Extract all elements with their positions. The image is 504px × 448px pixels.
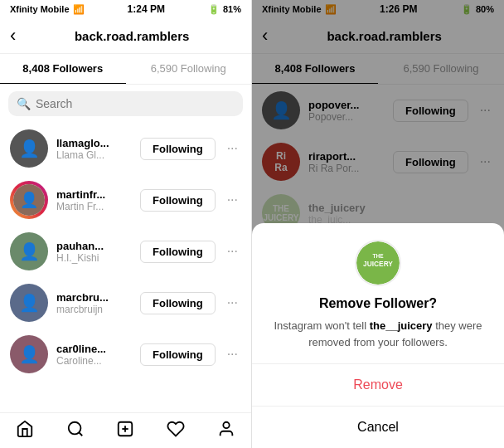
modal-body-prefix: Instagram won't tell [274,319,369,332]
display-name: H.I._Kishi [56,252,132,264]
following-button[interactable]: Following [140,241,216,263]
avatar: 👤 [10,335,48,373]
modal-brand-avatar: THE JUICERY [355,240,401,286]
modal-username: the__juicery [370,319,433,332]
svg-text:THE: THE [373,253,385,259]
username: pauhan... [56,240,132,252]
user-info: car0line... Caroline... [56,343,132,367]
following-button[interactable]: Following [140,292,216,314]
username: marcbru... [56,291,132,304]
right-panel: Xfinity Mobile 📶 1:26 PM 🔋 80% ‹ back.ro… [252,0,504,448]
nav-heart[interactable] [151,420,201,438]
modal-title: Remove Follower? [319,296,437,311]
left-panel: Xfinity Mobile 📶 1:24 PM 🔋 81% ‹ back.ro… [0,0,252,448]
search-bar: 🔍 [8,91,243,116]
more-options-icon[interactable]: ··· [224,292,241,314]
page-title-left: back.road.ramblers [22,29,241,43]
display-name: Martin Fr... [56,201,132,212]
svg-line-1 [79,432,82,436]
nav-add[interactable] [100,420,151,438]
list-item: 👤 pauhan... H.I._Kishi Following ··· [0,226,251,277]
user-info: martinfr... Martin Fr... [56,188,132,212]
svg-text:JUICERY: JUICERY [363,260,393,268]
tab-following-left[interactable]: 6,590 Following [126,54,252,84]
wifi-icon: 📶 [73,4,85,15]
remove-button[interactable]: Remove [252,364,504,406]
bottom-nav [0,412,251,448]
search-input[interactable] [36,97,235,110]
list-item: 👤 llamaglo... Llama Gl... Following ··· [0,123,251,174]
time-left: 1:24 PM [128,3,165,15]
status-left: Xfinity Mobile 📶 [10,4,85,15]
modal-body: Instagram won't tell the__juicery they w… [252,318,504,350]
display-name: Caroline... [56,355,132,367]
following-button[interactable]: Following [140,138,216,160]
cancel-button[interactable]: Cancel [252,407,504,448]
list-item: 👤 martinfr... Martin Fr... Following ··· [0,174,251,226]
following-button[interactable]: Following [140,343,216,366]
avatar: 👤 [10,232,48,270]
username: car0line... [56,343,132,355]
avatar-story: 👤 [10,181,48,219]
status-bar-left: Xfinity Mobile 📶 1:24 PM 🔋 81% [0,0,251,18]
back-button-left[interactable]: ‹ [10,25,16,46]
more-options-icon[interactable]: ··· [224,241,241,262]
battery-icon-left: 🔋 [208,4,220,15]
list-item: 👤 marcbru... marcbruijn Following ··· [0,277,251,329]
nav-profile[interactable] [201,420,251,438]
nav-home[interactable] [0,420,51,438]
nav-search[interactable] [51,420,101,438]
user-info: pauhan... H.I._Kishi [56,240,132,264]
svg-point-0 [69,422,81,435]
remove-follower-modal: THE JUICERY Remove Follower? Instagram w… [252,223,504,448]
avatar: 👤 [10,129,48,168]
display-name: marcbruijn [56,304,132,315]
status-right-left: 🔋 81% [208,4,241,15]
user-info: marcbru... marcbruijn [56,291,132,315]
following-button[interactable]: Following [140,189,216,212]
avatar: 👤 [10,284,48,322]
more-options-icon[interactable]: ··· [224,138,241,159]
search-icon: 🔍 [17,97,31,110]
svg-point-5 [223,422,229,428]
username: martinfr... [56,188,132,201]
display-name: Llama Gl... [56,149,132,161]
user-info: llamaglo... Llama Gl... [56,137,132,161]
follower-list: 👤 llamaglo... Llama Gl... Following ··· … [0,123,251,412]
username: llamaglo... [56,137,132,149]
battery-left: 81% [223,4,241,14]
tabs-row-left: 8,408 Followers 6,590 Following [0,54,251,85]
modal-overlay: THE JUICERY Remove Follower? Instagram w… [252,0,504,448]
carrier-left: Xfinity Mobile [10,4,70,14]
more-options-icon[interactable]: ··· [224,189,241,211]
header-left: ‹ back.road.ramblers [0,18,251,54]
list-item: 👤 car0line... Caroline... Following ··· [0,329,251,380]
more-options-icon[interactable]: ··· [224,343,241,365]
tab-followers-left[interactable]: 8,408 Followers [0,54,126,84]
